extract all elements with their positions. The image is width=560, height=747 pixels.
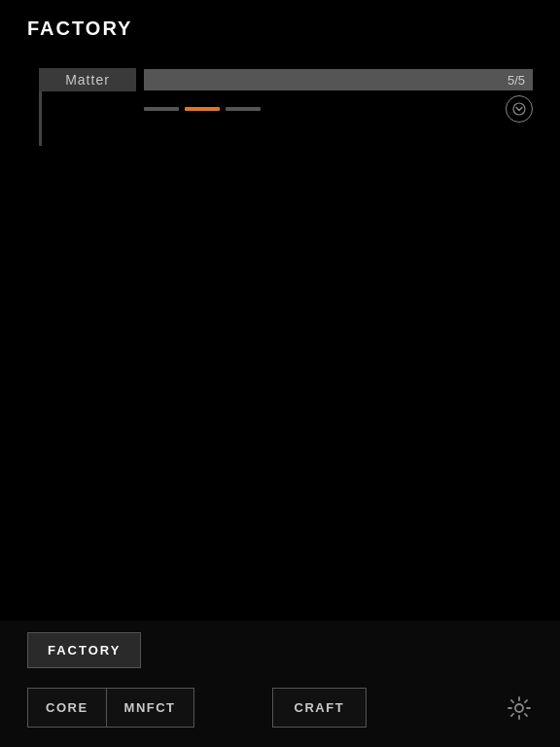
sub-bar-1 xyxy=(144,107,179,111)
svg-point-1 xyxy=(515,704,523,712)
sub-bar-2 xyxy=(185,107,220,111)
craft-tab-button[interactable]: CRAFT xyxy=(273,689,367,727)
matter-sub-row xyxy=(39,95,533,123)
matter-top-row: Matter 5/5 xyxy=(39,68,533,91)
sub-bar-3 xyxy=(226,107,261,111)
bottom-nav: FACTORY CORE MNFCT CRAFT xyxy=(0,621,560,747)
factory-tab-button[interactable]: FACTORY xyxy=(27,632,141,668)
svg-point-0 xyxy=(513,103,525,115)
matter-bar-fill xyxy=(144,69,533,90)
settings-button[interactable] xyxy=(506,694,533,722)
matter-sub-bars xyxy=(144,107,261,111)
chevron-down-button[interactable] xyxy=(506,95,533,123)
core-mnfct-tab-group: CORE MNFCT xyxy=(27,688,194,728)
bottom-nav-top: FACTORY xyxy=(0,621,560,680)
page-title: FACTORY xyxy=(27,18,132,39)
matter-label: Matter xyxy=(39,68,136,91)
craft-tab-group: CRAFT xyxy=(272,688,368,728)
bottom-nav-bottom: CORE MNFCT CRAFT xyxy=(0,680,560,735)
matter-count: 5/5 xyxy=(508,73,525,88)
header: FACTORY xyxy=(27,18,132,40)
mnfct-tab-button[interactable]: MNFCT xyxy=(106,689,193,727)
chevron-down-icon xyxy=(512,102,526,116)
gear-icon xyxy=(506,694,533,722)
matter-bar: 5/5 xyxy=(144,69,533,90)
matter-row: Matter 5/5 xyxy=(39,68,533,123)
core-tab-button[interactable]: CORE xyxy=(28,689,106,727)
